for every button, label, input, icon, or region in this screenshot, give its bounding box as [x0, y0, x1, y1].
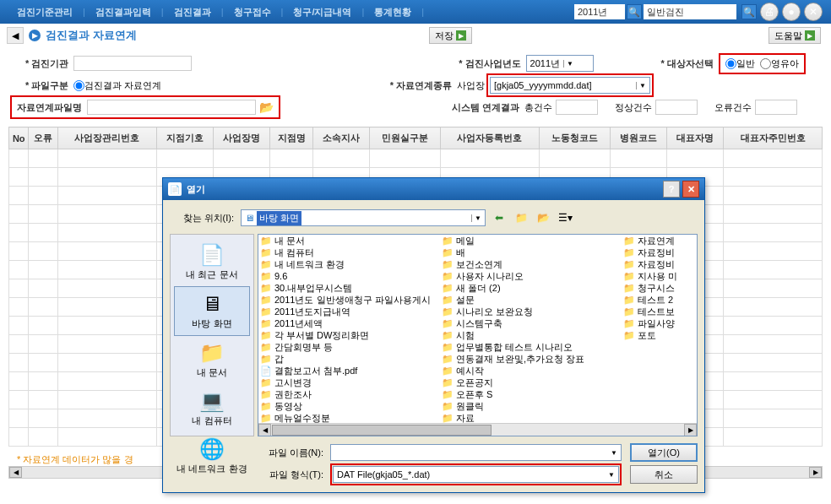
radio-infant[interactable] — [760, 58, 771, 69]
file-item[interactable]: 📁시스템구축 — [440, 317, 622, 329]
open-button[interactable]: 열기(O) — [630, 443, 698, 462]
file-item[interactable]: 📁지사용 미 — [622, 270, 698, 282]
file-item[interactable]: 📁포토 — [622, 329, 698, 341]
year-input[interactable]: 2011년 — [574, 4, 625, 19]
file-item[interactable]: 📁내 컴퓨터 — [258, 247, 440, 258]
filetype-combo[interactable]: DAT File(gkja05_*.dat)▼ — [333, 466, 619, 483]
file-item[interactable]: 📁메뉴얼수정분 — [258, 412, 440, 424]
col-branchname[interactable]: 지점명 — [270, 127, 313, 149]
menu-item-2[interactable]: 검진결과입력 — [85, 6, 161, 19]
filename-combo[interactable]: ▼ — [330, 444, 622, 461]
year-label: 검진사업년도 — [459, 57, 520, 70]
col-bizno[interactable]: 사업장관리번호 — [57, 127, 156, 149]
col-branchcode[interactable]: 지점기호 — [156, 127, 213, 149]
exam-type-input[interactable]: 일반검진 — [644, 4, 736, 19]
file-item[interactable]: 📁2011년도 일반생애청구 파일사용게시 — [258, 294, 440, 306]
file-item[interactable]: 📁사용자 시나리오 — [440, 270, 622, 282]
file-item[interactable]: 📁업무별통합 테스트 시나리오 — [440, 341, 622, 353]
help-icon[interactable]: ? — [663, 181, 680, 198]
col-err[interactable]: 오류 — [29, 127, 57, 149]
file-item[interactable]: 📁갑 — [258, 353, 440, 365]
col-labor[interactable]: 노동청코드 — [539, 127, 610, 149]
year-combo[interactable]: 2011년▼ — [526, 55, 594, 72]
folder-open-icon[interactable]: 📂 — [259, 100, 274, 114]
sidebar-desktop[interactable]: 🖥바탕 화면 — [174, 286, 250, 336]
menu-item-6[interactable]: 통계현황 — [364, 6, 421, 19]
file-item[interactable]: 📁고시변경 — [258, 377, 440, 388]
file-item[interactable]: 📁시나리오 보완요청 — [440, 306, 622, 317]
file-item[interactable]: 📁메일 — [440, 235, 622, 247]
sidebar-mycomp[interactable]: 💻내 컴퓨터 — [174, 384, 250, 432]
radio-filediv[interactable] — [73, 80, 84, 91]
dialog-titlebar[interactable]: 📄 열기 ? ✕ — [163, 178, 704, 200]
col-repid[interactable]: 대표자주민번호 — [724, 127, 823, 149]
file-item[interactable]: 📁2011년세액 — [258, 317, 440, 329]
file-item[interactable]: 📁새 폴더 (2) — [440, 282, 622, 294]
file-item[interactable]: 📁30.내부업무시스템 — [258, 282, 440, 294]
file-item[interactable]: 📁자료 — [440, 412, 516, 424]
file-item[interactable]: 📁오픈후 S — [440, 388, 516, 400]
save-button[interactable]: 저장▶ — [429, 27, 472, 44]
col-regno[interactable]: 사업자등록번호 — [441, 127, 540, 149]
filename-input[interactable] — [87, 100, 256, 115]
sidebar-recent[interactable]: 📄내 최근 문서 — [174, 238, 250, 286]
back-nav-icon[interactable]: ⬅ — [491, 209, 508, 226]
file-item[interactable]: 📁자료정비 — [622, 258, 698, 270]
menu-item-5[interactable]: 청구/지급내역 — [283, 6, 361, 19]
col-civil[interactable]: 민원실구분 — [370, 127, 441, 149]
file-item[interactable]: 📁예시작 — [440, 365, 622, 377]
record-icon[interactable]: ● — [782, 3, 801, 21]
col-hosp[interactable]: 병원코드 — [610, 127, 666, 149]
file-item[interactable]: 📁9.6 — [258, 270, 440, 282]
cancel-button[interactable]: 취소 — [630, 465, 698, 484]
lookin-combo[interactable]: 🖥 바탕 화면 ▼ — [241, 209, 486, 226]
file-item[interactable]: 📁자료정비 — [622, 247, 698, 258]
file-item[interactable]: 📁간담회명부 등 — [258, 341, 440, 353]
file-item[interactable]: 📁테스트 2 — [622, 294, 698, 306]
back-icon[interactable]: ◀ — [7, 27, 24, 44]
menu-item-4[interactable]: 청구접수 — [224, 6, 281, 19]
err-input[interactable] — [755, 100, 797, 115]
file-item[interactable]: 📁원클릭 — [440, 400, 516, 412]
file-item[interactable]: 📁시험 — [440, 329, 622, 341]
search-icon-2[interactable]: 🔍 — [741, 4, 757, 19]
file-item[interactable]: 📁설문 — [440, 294, 622, 306]
file-item[interactable]: 📁청구시스 — [622, 282, 698, 294]
total-input[interactable] — [556, 100, 598, 115]
col-office[interactable]: 소속지사 — [313, 127, 370, 149]
file-item[interactable]: 📁각 부서별 DW정리화면 — [258, 329, 440, 341]
sidebar-mydocs[interactable]: 📁내 문서 — [174, 336, 250, 384]
file-item[interactable]: 📄결함보고서 첨부.pdf — [258, 365, 440, 377]
menu-item-1[interactable]: 검진기준관리 — [7, 6, 83, 19]
col-no[interactable]: No — [9, 127, 29, 149]
file-item[interactable]: 📁배 — [440, 247, 622, 258]
file-scrollbar[interactable]: ◀▶ — [258, 423, 697, 436]
print-icon[interactable]: 🖨 — [760, 3, 779, 21]
file-item[interactable]: 📁자료연계 — [622, 235, 698, 247]
file-list[interactable]: 📁내 문서📁내 컴퓨터📁내 네트워크 환경📁9.6📁30.내부업무시스템📁201… — [258, 234, 698, 436]
file-item[interactable]: 📁동영상 — [258, 400, 440, 412]
file-item[interactable]: 📁오픈공지 — [440, 377, 516, 388]
new-folder-icon[interactable]: 📂 — [535, 209, 551, 226]
file-item[interactable]: 📁내 문서 — [258, 235, 440, 247]
ok-input[interactable] — [655, 100, 698, 115]
linktype-combo[interactable]: [gkja05_yyyymmdd.dat]▼ — [490, 77, 650, 94]
search-icon[interactable]: 🔍 — [627, 4, 642, 19]
help-button[interactable]: 도움말▶ — [769, 27, 821, 44]
file-item[interactable]: 📁연동결재 보완및,추가요청 장표 — [440, 353, 622, 365]
file-item[interactable]: 📁보건소연계 — [440, 258, 622, 270]
view-menu-icon[interactable]: ☰▾ — [557, 209, 573, 226]
file-item[interactable]: 📁2011년도지급내역 — [258, 306, 440, 317]
file-item[interactable]: 📁파일사양 — [622, 317, 698, 329]
col-bizname[interactable]: 사업장명 — [213, 127, 269, 149]
up-folder-icon[interactable]: 📁 — [513, 209, 530, 226]
menu-item-3[interactable]: 검진결과 — [164, 6, 221, 19]
radio-general[interactable] — [725, 58, 736, 69]
file-item[interactable]: 📁테스트보 — [622, 306, 698, 317]
file-item[interactable]: 📁권한조사 — [258, 388, 440, 400]
close-icon[interactable]: ✕ — [682, 181, 699, 198]
inst-input[interactable] — [73, 56, 192, 71]
file-item[interactable]: 📁내 네트워크 환경 — [258, 258, 440, 270]
close-icon[interactable]: ✕ — [804, 3, 823, 21]
col-rep[interactable]: 대표자명 — [666, 127, 723, 149]
